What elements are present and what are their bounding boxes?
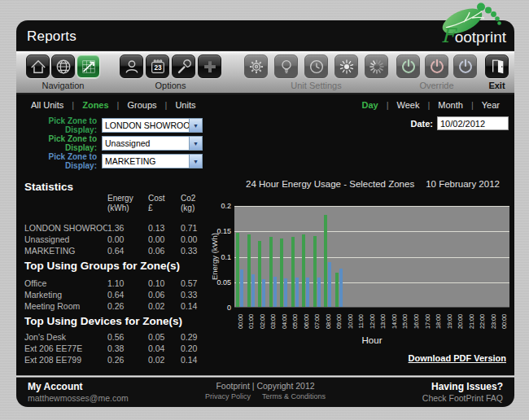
x-tick-label: 21:00	[467, 309, 474, 334]
tab-units[interactable]: Units	[167, 100, 203, 110]
x-tick-label: 07:00	[313, 309, 321, 334]
statistics-headers: Energy (kWh)Cost £Co2 (kg)	[16, 194, 218, 212]
footer-link-terms-conditions[interactable]: Terms & Conditions	[262, 392, 326, 400]
globe-button[interactable]	[51, 55, 75, 78]
x-axis-tick: 20:00	[454, 309, 466, 334]
y-axis-tick: 0	[210, 304, 231, 312]
x-axis-tick: 10:00	[344, 309, 356, 334]
zone-select-3[interactable]: MARKETING▼	[102, 154, 203, 168]
logo-text: Footprint	[441, 24, 506, 47]
bar-london-showroom	[313, 236, 317, 307]
plus-button[interactable]	[198, 55, 221, 78]
bar-marketing	[317, 278, 321, 307]
hour-slot	[256, 206, 268, 307]
stat-header-spacer	[24, 194, 107, 212]
sun-button[interactable]	[334, 55, 358, 78]
power-blue-button[interactable]	[453, 55, 477, 78]
power-red-icon	[428, 58, 446, 76]
toolbar-group-label: Unit Settings	[291, 81, 341, 90]
plot-area	[234, 206, 509, 308]
tab-zones[interactable]: Zones	[74, 100, 116, 110]
hour-slot	[234, 206, 246, 307]
svg-text:23: 23	[154, 64, 162, 72]
my-account-label: My Account	[28, 381, 170, 392]
x-axis-tick: 03:00	[268, 309, 279, 334]
download-pdf-link[interactable]: Download PDF Version	[409, 353, 506, 363]
tab-month[interactable]: Month	[430, 100, 471, 110]
toolbar-group-label: Navigation	[42, 81, 85, 90]
exit-door-button[interactable]	[485, 55, 509, 78]
x-tick-label: 03:00	[269, 309, 277, 334]
row-value: 0.26	[107, 355, 148, 366]
x-tick-label: 22:00	[479, 309, 486, 334]
bar-marketing	[306, 278, 309, 307]
x-tick-label: 00:00	[236, 309, 243, 334]
zone-picker-label: Pick Zone to Display:	[16, 134, 97, 152]
top-devices-title: Top Using Devices for Zone(s)	[24, 315, 182, 327]
hour-slot	[444, 206, 455, 307]
dropdown-arrow-icon[interactable]: ▼	[189, 119, 202, 132]
y-axis-tick: 0.1	[210, 253, 231, 261]
bar-london-showroom	[236, 233, 239, 307]
x-tick-label: 18:00	[435, 309, 442, 334]
calendar-button[interactable]: 23	[146, 55, 169, 78]
row-value: 0.64	[107, 246, 148, 257]
home-button[interactable]	[26, 55, 50, 78]
hour-slot	[498, 206, 509, 307]
row-value: 0.06	[148, 290, 181, 301]
clock-button[interactable]	[304, 55, 328, 78]
top-groups-title: Top Using Groups for Zone(s)	[24, 260, 180, 272]
zone-select-1[interactable]: LONDON SHOWROOM▼	[102, 118, 203, 133]
zone-select-2[interactable]: Unassigned▼	[102, 136, 203, 151]
plus-icon	[201, 58, 219, 76]
x-tick-label: 20:00	[457, 309, 464, 334]
sun-icon	[338, 58, 356, 76]
reports-chart-button[interactable]	[77, 55, 100, 78]
zone-picker-label: Pick Zone to Display:	[16, 152, 97, 170]
footprint-logo: Footprint	[420, 2, 511, 49]
bars-layer	[234, 206, 509, 307]
tab-groups[interactable]: Groups	[119, 100, 164, 110]
bulb-button[interactable]	[274, 55, 298, 78]
footer: My Account matthewmosses@me.com Footprin…	[16, 378, 514, 407]
footer-link-privacy-policy[interactable]: Privacy Policy	[205, 392, 251, 400]
tabs-row: All Units|Zones|Groups|Units Day|Week|Mo…	[16, 96, 514, 114]
tab-year[interactable]: Year	[474, 100, 508, 110]
gear-icon	[247, 58, 265, 76]
power-red-button[interactable]	[425, 55, 448, 78]
dropdown-arrow-icon[interactable]: ▼	[189, 155, 202, 168]
date-input[interactable]	[437, 116, 509, 130]
tab-day[interactable]: Day	[354, 100, 387, 110]
x-axis-tick: 01:00	[246, 309, 257, 334]
row-value: 0.14	[181, 355, 218, 366]
hour-slot	[432, 206, 444, 307]
hour-slot	[300, 206, 312, 307]
tab-week[interactable]: Week	[389, 100, 428, 110]
wrench-button[interactable]	[172, 55, 195, 78]
dropdown-arrow-icon[interactable]: ▼	[189, 137, 202, 150]
hour-slot	[246, 206, 257, 307]
hour-slot	[476, 206, 487, 307]
x-tick-label: 17:00	[423, 309, 431, 334]
row-value: 0.13	[148, 223, 181, 234]
hour-slot	[356, 206, 367, 307]
zone-select-value: LONDON SHOWROOM	[103, 119, 189, 132]
tab-all-units[interactable]: All Units	[23, 100, 72, 110]
footprint-faq-link[interactable]: Check FootPrint FAQ	[361, 393, 503, 403]
zone-select-value: Unassigned	[103, 137, 189, 150]
gear-button[interactable]	[244, 55, 268, 78]
calendar-icon: 23	[149, 58, 167, 76]
zone-picker-label: Pick Zone to Display:	[16, 116, 97, 134]
x-axis-tick: 00:00	[234, 309, 246, 334]
x-tick-label: 14:00	[390, 309, 397, 334]
x-axis-tick: 15:00	[400, 309, 411, 334]
x-tick-label: 12:00	[368, 309, 375, 334]
bar-london-showroom	[247, 234, 251, 307]
hour-slot	[334, 206, 345, 307]
user-button[interactable]	[120, 55, 143, 78]
spinner-button[interactable]	[365, 55, 388, 78]
toolbar-group-label: Options	[155, 81, 186, 90]
bar-marketing	[273, 277, 277, 308]
x-axis-tick: 02:00	[256, 309, 268, 334]
power-green-button[interactable]	[396, 55, 420, 78]
